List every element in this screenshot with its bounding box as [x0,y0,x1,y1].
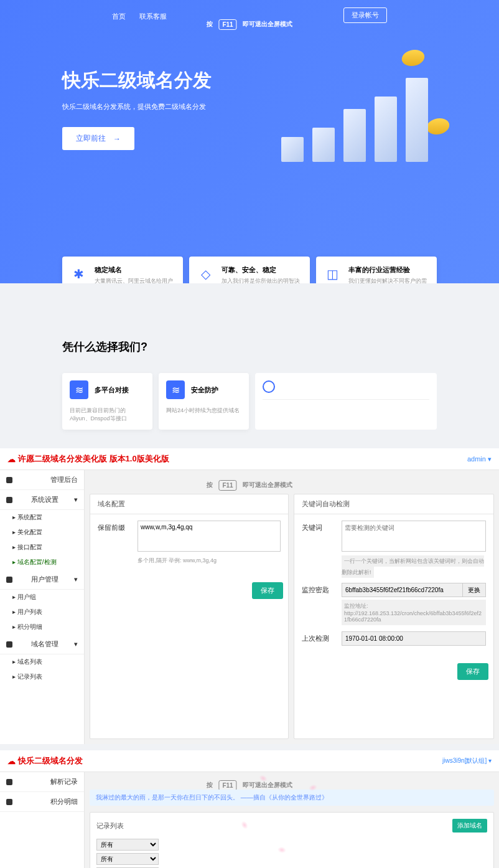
reserved-prefix-label: 保留前缀 [98,521,138,565]
sidebar-system[interactable]: 系统设置▾ [0,490,84,510]
arrow-right-icon: → [113,134,121,143]
keyword-hint: 一行一个关键词，当解析网站包含该关键词时，则会自动删除此解析! [342,555,484,578]
diamond-icon: ◇ [197,265,214,283]
sidebar-records[interactable]: 解析记录 [0,772,84,792]
why-card-platform: ≋ 多平台对接 目前已兼容目前热门的Aliyun、Dnspod等接口 [62,373,152,430]
admin-sidebar: 管理后台 系统设置▾ ▸ 系统配置 ▸ 美化配置 ▸ 接口配置 ▸ 域名配置/检… [0,470,85,744]
layers-icon: ≋ [70,380,88,399]
sidebar-domain-check[interactable]: ▸ 域名配置/检测 [0,555,84,570]
user-icon [263,380,275,393]
monitor-url-hint: 监控地址:http://192.168.253.132/cron/check/6… [342,600,486,625]
fullscreen-hint: 按 F11 即可退出全屏模式 [203,19,295,30]
monkey-label: 监控密匙 [302,583,342,625]
reserved-prefix-input[interactable]: www,w,m,3g,4g,qq [138,521,281,552]
feature-card-experience: ◫ 丰富的行业运营经验 我们更懂如何解决不同客户的需求 [316,257,437,283]
login-button[interactable]: 登录帐号 [343,7,387,23]
save-button-1[interactable]: 保存 [252,582,283,599]
shapes-icon: ◫ [324,265,341,283]
cloud-icon: ☁ [7,757,16,766]
feature-card-reliable: ◇ 可靠、安全、稳定 加入我们将是你所做出的明智决策 [189,257,310,283]
chevron-down-icon: ▾ [74,496,78,504]
last-check-value [342,631,486,646]
nav-home[interactable]: 首页 [112,12,126,20]
add-domain-button[interactable]: 添加域名 [452,819,487,833]
filter-select-2[interactable]: 所有 [96,853,159,865]
sidebar-userlist[interactable]: ▸ 用户列表 [0,605,84,620]
regen-key-button[interactable]: 更换 [462,583,486,597]
f11-key: F11 [218,19,236,30]
sidebar-recordlist[interactable]: ▸ 记录列表 [0,669,84,684]
sidebar-beauty-config[interactable]: ▸ 美化配置 [0,525,84,540]
sidebar-points-2[interactable]: 积分明细 [0,792,84,812]
sidebar-domain[interactable]: 域名管理▾ [0,634,84,654]
filter-select-1[interactable]: 所有 [96,839,159,851]
save-button-2[interactable]: 保存 [457,663,488,680]
last-check-label: 上次检测 [302,631,342,646]
sidebar-dashboard[interactable]: 管理后台 [0,470,84,490]
chevron-down-icon: ▾ [74,575,78,583]
fullscreen-hint-2: 按 F11 即可退出全屏模式 [203,479,295,491]
signup-form [255,373,437,430]
why-card-security: ≋ 安全防护 网站24小时持续为您提供域名 [159,373,249,430]
feature-card-domain: ✱ 稳定域名 大量腾讯云、阿里云域名给用户更好的体验 [62,257,183,283]
snowflake-icon: ✱ [70,265,87,283]
front-brand: ☁ 快乐二级域名分发 [7,755,83,767]
f11-key: F11 [218,480,236,491]
nav-contact[interactable]: 联系客服 [139,12,167,20]
shield-icon: ≋ [166,380,185,399]
keyword-label: 关键词 [302,521,342,577]
monitor-key-input[interactable] [342,583,462,597]
record-list-title: 记录列表 [96,821,124,831]
front-user-menu[interactable]: jiws3i9n[默认组] ▾ [442,757,492,765]
sidebar-usergroup[interactable]: ▸ 用户组 [0,590,84,605]
domain-config-title: 域名配置 [90,494,288,514]
sidebar-users[interactable]: 用户管理▾ [0,570,84,590]
sidebar-domainlist[interactable]: ▸ 域名列表 [0,654,84,669]
admin-brand: ☁ 许愿二级域名分发美化版 版本1.0版美化版 [7,453,169,465]
front-sidebar: 解析记录 积分明细 [0,772,85,868]
keyword-check-title: 关键词自动检测 [294,494,493,514]
keyword-input[interactable] [342,521,486,552]
cloud-icon: ☁ [7,455,16,464]
cta-button[interactable]: 立即前往 → [62,127,134,150]
hero-illustration [275,50,449,174]
chevron-down-icon: ▾ [74,640,78,648]
reserved-prefix-hint: 多个用,隔开 举例: www,m,3g,4g [138,557,281,565]
sidebar-api-config[interactable]: ▸ 接口配置 [0,540,84,555]
quote-banner: 我淋过的最大的雨，是那一天你在烈日下的不回头。 ——摘自《从你的全世界路过》 [90,790,494,806]
sidebar-points[interactable]: ▸ 积分明细 [0,620,84,634]
sidebar-sys-config[interactable]: ▸ 系统配置 [0,510,84,525]
why-title: 凭什么选择我们? [62,339,437,354]
user-menu[interactable]: admin ▾ [467,455,492,463]
